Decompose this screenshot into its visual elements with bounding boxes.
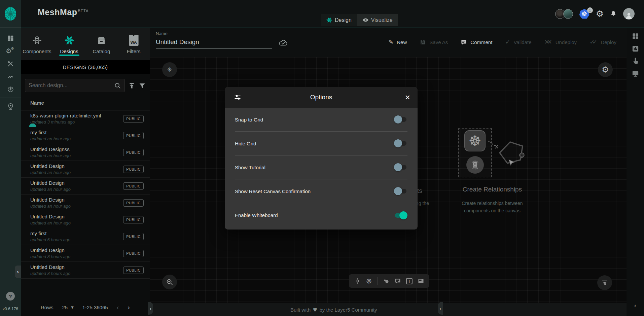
brand-title: MeshMapBETA (38, 7, 88, 17)
tab-visualize[interactable]: Visualize (357, 14, 398, 26)
person-icon (625, 11, 633, 20)
components-tool-icon[interactable] (354, 278, 361, 284)
metrics-chart-icon[interactable] (632, 45, 639, 52)
canvas-snap-button[interactable]: ✳ (162, 62, 177, 77)
visibility-badge: PUBLIC (123, 182, 144, 190)
layout-grid-icon[interactable] (632, 32, 639, 40)
canvas-settings-button[interactable]: ⚙ (598, 62, 613, 77)
comment-button[interactable]: Comment (461, 39, 492, 45)
option-row-hide-grid: Hide Grid (235, 132, 407, 155)
search-input[interactable] (29, 82, 114, 89)
kubernetes-tool-icon[interactable]: ☸ (366, 278, 372, 285)
performance-gauge-icon[interactable] (0, 70, 21, 83)
comment-tool-icon[interactable] (394, 278, 401, 284)
help-button[interactable]: ? (6, 292, 15, 301)
tune-sliders-icon (234, 93, 242, 101)
right-dock-collapse-icon[interactable]: ‹ (634, 302, 636, 309)
close-icon[interactable]: × (405, 93, 410, 102)
visibility-badge: PUBLIC (123, 149, 144, 156)
interaction-hand-icon[interactable] (632, 57, 639, 65)
design-row[interactable]: Untitled Design updated 8 hours ago PUBL… (21, 245, 150, 262)
collaborator-avatar-2[interactable] (563, 9, 573, 19)
eye-icon (362, 17, 369, 23)
magnifier-plus-icon (166, 278, 173, 286)
design-row[interactable]: Untitled Design updated 8 hours ago PUBL… (21, 262, 150, 279)
canvas-footer: Built with ♥ by the Layer5 Community (150, 303, 627, 316)
display-monitor-icon[interactable] (632, 70, 639, 77)
configuration-tools-icon[interactable] (0, 57, 21, 70)
deploy-button[interactable]: ✓✓ Deploy (589, 38, 616, 46)
dashboard-icon[interactable] (0, 32, 21, 44)
design-row[interactable]: Untitled Designss updated an hour ago PU… (21, 144, 150, 161)
designs-pinwheel-icon (64, 34, 75, 46)
show-tutorial-toggle[interactable] (394, 163, 407, 171)
media-tool-icon[interactable] (418, 278, 424, 284)
header-actions: ☸ 1 ⚙ (555, 0, 635, 28)
save-as-button[interactable]: Save As (420, 39, 448, 45)
tab-designs[interactable]: Designs (53, 28, 85, 60)
onboarding-desc-line2: components on the canvas (445, 208, 540, 213)
rail-expand-button[interactable]: › (15, 266, 21, 278)
kubernetes-context-button[interactable]: ☸ 1 (579, 9, 589, 19)
design-row[interactable]: my first updated 6 hours ago PUBLIC (21, 228, 150, 245)
snap-to-grid-toggle[interactable] (394, 115, 407, 124)
layer5-logo-icon (4, 6, 17, 21)
options-modal-header: Options × (225, 87, 418, 108)
double-cross-icon: ✕✕ (544, 38, 552, 46)
option-row-show-reset-confirmation: Show Reset Canvas Confirmation (235, 179, 407, 203)
tab-filters[interactable]: WA Filters (117, 28, 150, 60)
visibility-badge: PUBLIC (123, 267, 144, 274)
design-row[interactable]: Untitled Design updated an hour ago PUBL… (21, 161, 150, 178)
tab-components[interactable]: Components (21, 28, 53, 60)
lifecycle-gears-icon[interactable]: ⚙⚙ (0, 44, 21, 57)
tab-design[interactable]: Design (321, 14, 357, 26)
meshery-component-tile (466, 156, 484, 174)
user-avatar[interactable] (623, 8, 635, 20)
whirlwind-button[interactable] (597, 275, 612, 290)
design-row[interactable]: Untitled Design updated an hour ago PUBL… (21, 211, 150, 228)
design-row[interactable]: my first updated an hour ago PUBLIC (21, 127, 150, 144)
import-design-icon[interactable] (128, 82, 135, 89)
options-list: Snap to Grid Hide Grid Show Tutorial Sho… (225, 108, 418, 230)
onboarding-title: Create Relationships (445, 186, 540, 193)
panel-collapse-button[interactable]: ‹ (148, 302, 153, 315)
enable-whiteboard-toggle[interactable] (394, 211, 407, 219)
design-row[interactable]: k8s-wasm-plugin-ratelimiter.yml updated … (21, 110, 150, 127)
double-check-icon: ✓✓ (589, 38, 597, 46)
tab-catalog[interactable]: Catalog (85, 28, 118, 60)
designs-count-header: DESIGNS (36,065) (21, 60, 150, 74)
show-reset-canvas-confirmation-toggle[interactable] (394, 187, 407, 195)
rows-label: Rows (41, 305, 53, 310)
design-row[interactable]: Untitled Design updated an hour ago PUBL… (21, 195, 150, 211)
dock-divider (377, 277, 378, 285)
mesh-adapter-icon[interactable] (0, 83, 21, 96)
new-button[interactable]: ✎ New (388, 38, 407, 46)
shapes-tool-icon[interactable] (383, 278, 389, 284)
notifications-bell-icon[interactable] (610, 10, 617, 17)
visibility-badge: PUBLIC (123, 250, 144, 257)
design-toolbar: ✎ New Save As Comment ✓ Validate ✕✕ Unde… (388, 38, 616, 46)
design-list: k8s-wasm-plugin-ratelimiter.yml updated … (21, 110, 150, 279)
cloud-saved-icon (278, 39, 288, 46)
text-tool-icon[interactable]: T (406, 278, 413, 284)
right-panel-collapse-button[interactable]: ‹ (438, 302, 443, 315)
app-version: v0.6.176 (3, 307, 18, 311)
design-name-input[interactable] (156, 37, 272, 49)
settings-gear-icon[interactable]: ⚙ (596, 9, 604, 18)
rows-per-page-select[interactable]: 25 ▾ (62, 304, 74, 310)
kubernetes-context-badge: 1 (587, 7, 593, 13)
filter-funnel-icon[interactable] (139, 82, 146, 89)
design-row[interactable]: Untitled Design updated an hour ago PUBL… (21, 178, 150, 195)
layer5-logo[interactable] (0, 0, 21, 28)
next-page-icon[interactable]: › (128, 304, 130, 311)
search-icon[interactable] (114, 82, 121, 89)
undeploy-button[interactable]: ✕✕ Undeploy (544, 38, 577, 46)
validate-button[interactable]: ✓ Validate (505, 38, 531, 46)
visibility-badge: PUBLIC (123, 233, 144, 240)
active-tab-underline (59, 55, 79, 56)
search-row (21, 74, 150, 96)
zoom-button[interactable] (162, 275, 177, 289)
prev-page-icon[interactable]: ‹ (117, 304, 119, 311)
location-pin-icon[interactable] (0, 100, 21, 113)
hide-grid-toggle[interactable] (394, 139, 407, 147)
